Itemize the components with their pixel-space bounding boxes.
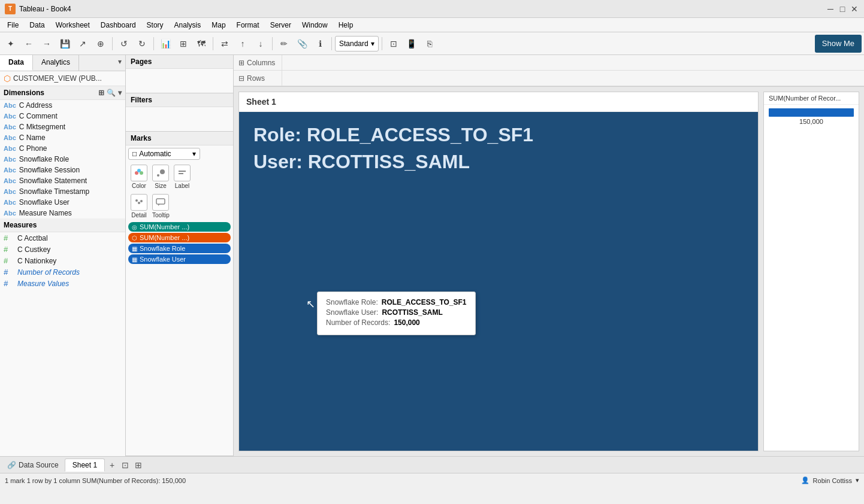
- toolbar-tooltip[interactable]: ℹ: [312, 35, 328, 52]
- filters-body: [126, 107, 233, 131]
- viz-area[interactable]: Role: ROLE_ACCESS_TO_SF1 User: RCOTTISS_…: [239, 112, 758, 451]
- legend-bar: [769, 108, 854, 117]
- field-c-comment[interactable]: AbcC Comment: [0, 111, 125, 122]
- left-panel: Data Analytics ▾ ⬡ CUSTOMER_VIEW (PUB...…: [0, 55, 126, 456]
- marks-label-label: Label: [175, 183, 189, 189]
- menu-format[interactable]: Format: [232, 20, 264, 31]
- toolbar-table[interactable]: ⊞: [175, 35, 192, 52]
- toolbar-divider-4: [272, 37, 273, 50]
- maximize-button[interactable]: □: [838, 4, 847, 14]
- menu-file[interactable]: File: [2, 20, 23, 31]
- field-c-acctbal[interactable]: #C Acctbal: [0, 232, 125, 244]
- toolbar-standard-dropdown[interactable]: Standard ▾: [335, 36, 379, 51]
- marks-size-btn[interactable]: Size: [152, 165, 169, 189]
- data-source-item[interactable]: ⬡ CUSTOMER_VIEW (PUB...: [0, 71, 125, 86]
- toolbar-share[interactable]: ⎘: [421, 35, 438, 52]
- menu-map[interactable]: Map: [207, 20, 230, 31]
- mark-pill-sum1[interactable]: ◎ SUM(Number ...): [128, 222, 231, 232]
- marks-tooltip-btn[interactable]: Tooltip: [152, 194, 170, 218]
- sheet-title: Sheet 1: [239, 92, 758, 112]
- toolbar-chart[interactable]: 📊: [157, 35, 174, 52]
- menu-help[interactable]: Help: [334, 20, 358, 31]
- tab-data[interactable]: Data: [0, 55, 33, 71]
- marks-label-btn[interactable]: Label: [174, 165, 191, 189]
- filters-section: Filters: [126, 93, 233, 132]
- pages-body: [126, 69, 233, 93]
- datasource-tab-label: Data Source: [19, 461, 59, 469]
- show-me-button[interactable]: Show Me: [815, 35, 862, 53]
- mark-pill-sf-role[interactable]: ▦ Snowflake Role: [128, 244, 231, 253]
- menu-window[interactable]: Window: [297, 20, 333, 31]
- data-source-tab[interactable]: 🔗 Data Source: [2, 459, 64, 471]
- grid-view-btn[interactable]: ⊞: [132, 459, 144, 471]
- marks-tooltip-label: Tooltip: [152, 212, 170, 218]
- field-snowflake-session[interactable]: AbcSnowflake Session: [0, 165, 125, 175]
- close-button[interactable]: ✕: [850, 4, 859, 14]
- toolbar-redo[interactable]: ↻: [134, 35, 150, 52]
- toolbar-fit[interactable]: ⊡: [385, 35, 402, 52]
- menu-dashboard[interactable]: Dashboard: [96, 20, 141, 31]
- toolbar-publish[interactable]: ↗: [74, 35, 91, 52]
- field-measure-names[interactable]: AbcMeasure Names: [0, 208, 125, 218]
- view-canvas: Sheet 1 Role: ROLE_ACCESS_TO_SF1 User: R…: [238, 92, 759, 451]
- field-snowflake-statement[interactable]: AbcSnowflake Statement: [0, 175, 125, 186]
- viz-user: User: RCOTTISS_SAML: [253, 151, 533, 173]
- user-dropdown-arrow[interactable]: ▾: [856, 476, 859, 484]
- tooltip-records-label: Number of Records:: [326, 318, 390, 327]
- field-measure-values[interactable]: #Measure Values: [0, 278, 125, 289]
- dimensions-search-icon[interactable]: 🔍: [107, 89, 116, 97]
- toolbar-device[interactable]: 📱: [403, 35, 420, 52]
- user-name: Robin Cottiss: [813, 477, 852, 484]
- tab-analytics[interactable]: Analytics: [33, 55, 79, 71]
- dimensions-grid-icon[interactable]: ⊞: [98, 89, 104, 97]
- toolbar-more1[interactable]: ⊕: [92, 35, 109, 52]
- menu-data[interactable]: Data: [25, 20, 49, 31]
- duplicate-sheet-btn[interactable]: ⊡: [119, 459, 131, 471]
- field-c-nationkey[interactable]: #C Nationkey: [0, 255, 125, 266]
- toolbar-save[interactable]: 💾: [56, 35, 73, 52]
- field-snowflake-role[interactable]: AbcSnowflake Role: [0, 154, 125, 165]
- toolbar-map2[interactable]: 🗺: [193, 35, 210, 52]
- marks-detail-btn[interactable]: Detail: [131, 194, 147, 218]
- menu-story[interactable]: Story: [142, 20, 168, 31]
- new-sheet-btn[interactable]: +: [106, 459, 118, 471]
- menu-server[interactable]: Server: [265, 20, 296, 31]
- marks-type-select[interactable]: □ Automatic ▾: [128, 148, 200, 160]
- field-c-mktsegment[interactable]: AbcC Mktsegment: [0, 122, 125, 132]
- titlebar-controls[interactable]: ─ □ ✕: [826, 4, 859, 14]
- toolbar-sort-asc[interactable]: ↑: [234, 35, 251, 52]
- toolbar-undo[interactable]: ↺: [116, 35, 132, 52]
- menu-worksheet[interactable]: Worksheet: [51, 20, 95, 31]
- dimensions-more-icon[interactable]: ▾: [118, 89, 122, 97]
- toolbar-back[interactable]: ←: [20, 35, 37, 52]
- statusbar-right: 👤 Robin Cottiss ▾: [801, 476, 859, 484]
- marks-type-label: Automatic: [139, 150, 171, 158]
- toolbar-swap[interactable]: ⇄: [216, 35, 233, 52]
- mark-pill-sum2[interactable]: ⬡ SUM(Number ...): [128, 233, 231, 242]
- rows-content[interactable]: [282, 71, 864, 86]
- marks-color-btn[interactable]: Color: [131, 165, 147, 189]
- field-c-custkey[interactable]: #C Custkey: [0, 244, 125, 255]
- toolbar-new[interactable]: ✦: [2, 35, 19, 52]
- field-c-address[interactable]: AbcC Address: [0, 100, 125, 111]
- field-number-of-records[interactable]: #Number of Records: [0, 266, 125, 278]
- field-snowflake-user[interactable]: AbcSnowflake User: [0, 197, 125, 208]
- mark-pill-sf-user[interactable]: ▦ Snowflake User: [128, 254, 231, 264]
- minimize-button[interactable]: ─: [826, 4, 835, 14]
- panel-expand-btn[interactable]: ▾: [114, 55, 125, 71]
- rows-text: Rows: [247, 74, 265, 83]
- field-c-name[interactable]: AbcC Name: [0, 132, 125, 143]
- columns-icon: ⊞: [238, 59, 244, 67]
- field-c-phone[interactable]: AbcC Phone: [0, 143, 125, 154]
- columns-content[interactable]: [282, 55, 864, 71]
- pill-label-3: Snowflake Role: [140, 245, 185, 252]
- toolbar: ✦ ← → 💾 ↗ ⊕ ↺ ↻ 📊 ⊞ 🗺 ⇄ ↑ ↓ ✏ 📎 ℹ Standa…: [0, 32, 864, 55]
- svg-rect-5: [179, 171, 186, 172]
- toolbar-sort-desc[interactable]: ↓: [252, 35, 269, 52]
- sheet1-tab[interactable]: Sheet 1: [65, 459, 105, 472]
- toolbar-annotate[interactable]: 📎: [294, 35, 310, 52]
- toolbar-highlight[interactable]: ✏: [276, 35, 292, 52]
- toolbar-forward[interactable]: →: [38, 35, 55, 52]
- field-snowflake-timestamp[interactable]: AbcSnowflake Timestamp: [0, 186, 125, 197]
- menu-analysis[interactable]: Analysis: [170, 20, 206, 31]
